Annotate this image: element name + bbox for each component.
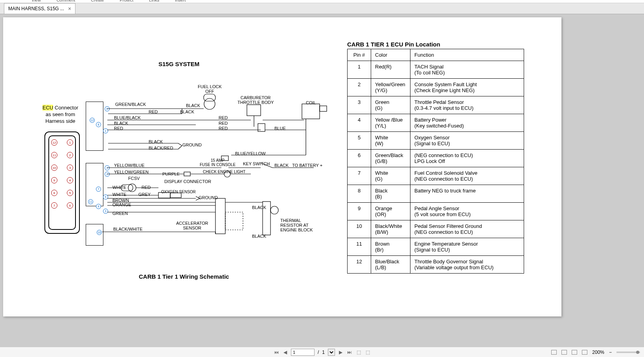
svg-rect-13	[320, 106, 327, 111]
node-6: 6	[105, 106, 110, 111]
cell-color: Yellow/Green (Y/G)	[371, 79, 410, 96]
svg-rect-40	[215, 198, 225, 234]
svg-rect-41	[225, 212, 243, 230]
menu-links[interactable]: Links	[149, 0, 159, 3]
table-row: 12Blue/Black (L/B)Throttle Body Governor…	[348, 256, 524, 274]
cell-pin: 10	[348, 220, 371, 238]
label-blue: BLUE	[274, 126, 286, 131]
cell-pin: 1	[348, 61, 371, 79]
menu-comment[interactable]: Comment	[57, 0, 75, 3]
cell-pin: 11	[348, 238, 371, 256]
label-black-7: BLACK	[252, 234, 266, 239]
connector-pin-8: 8	[51, 190, 57, 196]
node-5: 5	[103, 194, 108, 200]
cell-pin: 4	[348, 114, 371, 132]
label-thermal: THERMAL RESISTOR AT ENGINE BLOCK	[280, 218, 313, 232]
label-fcsv: FCSV	[128, 176, 140, 181]
label-black-white: BLACK/WHITE	[113, 227, 143, 231]
label-coil: COIL	[306, 100, 316, 105]
table-row: 7White (G)Fuel Control Solenoid Valve (N…	[348, 167, 524, 185]
node-9: 9	[96, 204, 101, 209]
document-tab[interactable]: MAIN HARNESS, S15G ... ×	[4, 3, 75, 14]
svg-rect-8	[247, 105, 261, 116]
connector-pin-12: 12	[51, 139, 57, 146]
document-tabs: MAIN HARNESS, S15G ... ×	[0, 3, 644, 14]
app-menu-bar: View Comment Create Protect Links Insert	[0, 0, 644, 3]
table-title: CARB 1 TIER 1 ECU Pin Location	[347, 41, 440, 48]
menu-protect[interactable]: Protect	[120, 0, 133, 3]
label-black-5: BLACK	[274, 163, 289, 168]
document-page: S15G SYSTEM CARB 1 Tier 1 Wiring Schemat…	[3, 17, 561, 316]
node-4: 4	[105, 165, 110, 170]
node-2: 2	[105, 172, 110, 177]
label-yellow-green: YELLOW/GREEN	[114, 170, 149, 174]
table-row: 11Brown (Br)Engine Temperature Sensor (S…	[348, 238, 524, 256]
cell-color: Black (B)	[371, 185, 410, 203]
system-title: S15G SYSTEM	[158, 61, 199, 67]
cell-function: Engine Temperature Sensor (Signal to ECU…	[410, 238, 524, 256]
cell-color: Orange (OR)	[371, 203, 410, 220]
label-black-2: BLACK	[180, 109, 194, 114]
connector-pin-4: 4	[67, 177, 73, 183]
label-purple: PURPLE	[162, 172, 180, 176]
table-row: 10Black/White (B/W)Pedal Sensor Filtered…	[348, 220, 524, 238]
menu-view[interactable]: View	[31, 0, 41, 3]
connector-pin-11: 11	[51, 152, 57, 158]
svg-rect-12	[302, 104, 320, 119]
svg-point-44	[270, 206, 278, 214]
cell-function: TACH Signal (To coil NEG)	[410, 61, 524, 79]
node-10: 10	[97, 230, 102, 235]
close-icon[interactable]: ×	[68, 6, 71, 12]
cell-pin: 2	[348, 79, 371, 96]
cell-function: Throttle Body Governor Signal (Variable …	[410, 256, 524, 274]
label-blue-black: BLUE/BLACK	[114, 115, 141, 120]
cell-function: Battery Power (Key switched-Fused)	[410, 114, 524, 132]
connector-pin-2: 2	[67, 152, 73, 158]
label-black-red: BLACK/RED	[149, 146, 173, 150]
status-bar: ⏮ ◀ / 1 ▶ ⏭ ⬚ ⬚ 200% −	[0, 347, 644, 348]
label-oxygen-sensor: OXYGEN SENSOR	[161, 190, 196, 194]
connector-pin-1: 1	[67, 139, 73, 146]
table-row: 5White (W)Oxygen Sensor (Signal to ECU)	[348, 132, 524, 150]
cell-color: Brown (Br)	[371, 238, 410, 256]
page-viewport[interactable]: S15G SYSTEM CARB 1 Tier 1 Wiring Schemat…	[0, 14, 644, 348]
cell-pin: 8	[348, 185, 371, 203]
label-black-1: BLACK	[186, 103, 200, 108]
node-8: 8	[96, 122, 101, 127]
label-to-battery: TO BATTERY +	[292, 163, 322, 168]
cell-color: Black/White (B/W)	[371, 220, 410, 238]
header-function: Function	[410, 49, 524, 61]
table-row: 8Black (B)Battery NEG to truck frame	[348, 185, 524, 203]
table-row: 3Green (G)Throttle Pedal Sensor (0.3-4.7…	[348, 96, 524, 114]
connector-pins: 121112103948576	[51, 139, 73, 215]
label-white-1: WHITE	[112, 185, 126, 190]
label-ground-1: GROUND	[182, 142, 202, 147]
connector-pin-9: 9	[51, 177, 57, 183]
label-key-switch: KEY SWITCH	[243, 161, 270, 166]
node-11: 11	[88, 199, 93, 204]
menu-insert[interactable]: Insert	[175, 0, 186, 3]
label-check-engine: CHECK ENGINE LIGHT	[203, 170, 245, 174]
svg-point-30	[128, 184, 136, 192]
cell-function: Battery NEG to truck frame	[410, 185, 524, 203]
cell-pin: 9	[348, 203, 371, 220]
cell-function: Fuel Control Solenoid Valve (NEG connect…	[410, 167, 524, 185]
ecu-connector-label: ECU Connector as seen from Harness side	[42, 105, 78, 125]
label-red-3: RED	[219, 121, 228, 126]
cell-color: Yellow /Blue (Y/L)	[371, 114, 410, 132]
table-row: 6Green/Black (G/B)(NEG connection to ECU…	[348, 150, 524, 167]
cell-pin: 12	[348, 256, 371, 274]
node-1: 1	[103, 128, 108, 133]
cell-color: White (W)	[371, 132, 410, 150]
menu-create[interactable]: Create	[91, 0, 104, 3]
label-fuel-lock-off: FUEL LOCK OFF	[198, 84, 222, 94]
label-blue-yellow: BLUE/YELLOW	[235, 151, 266, 156]
label-grey: GREY	[138, 192, 151, 197]
label-red-4: RED	[114, 126, 123, 131]
cell-function: Oxygen Sensor (Signal to ECU)	[410, 132, 524, 150]
header-color: Color	[371, 49, 410, 61]
label-yellow-blue: YELLOW/BLUE	[114, 163, 145, 168]
cell-pin: 3	[348, 96, 371, 114]
label-white-2: WHITE	[112, 192, 126, 197]
cell-color: Blue/Black (L/B)	[371, 256, 410, 274]
